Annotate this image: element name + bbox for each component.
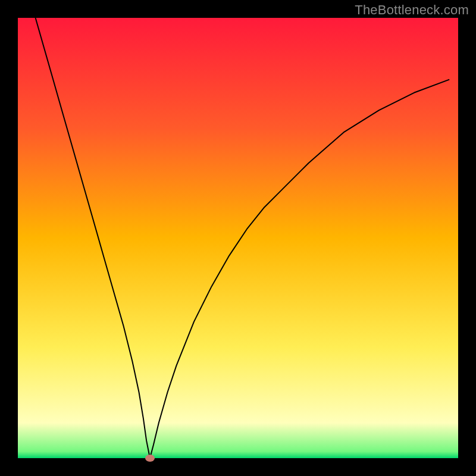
bottleneck-chart: TheBottleneck.com: [0, 0, 476, 476]
chart-svg: [0, 0, 476, 476]
plot-area: [18, 18, 458, 458]
min-point-marker: [145, 455, 155, 462]
watermark: TheBottleneck.com: [355, 2, 469, 18]
